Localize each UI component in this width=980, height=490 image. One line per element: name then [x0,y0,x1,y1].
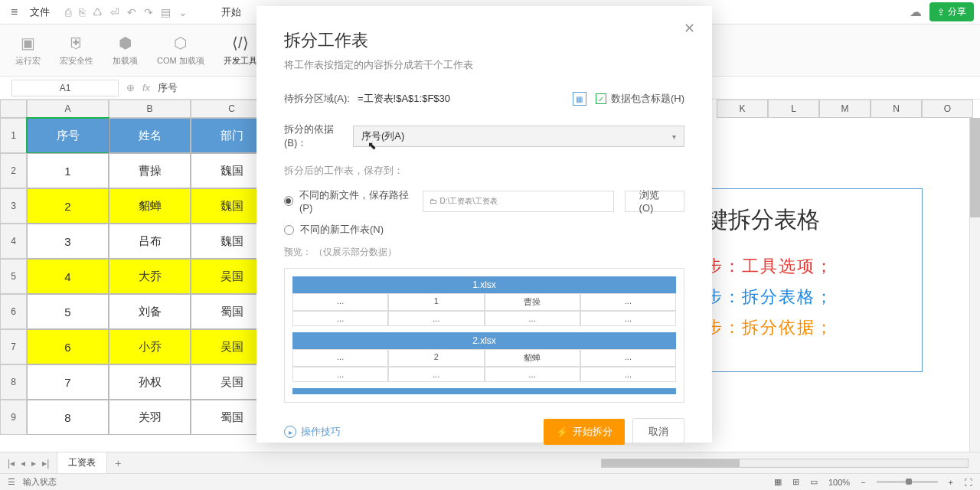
file-menu[interactable]: 文件 [22,2,57,22]
cell-B4[interactable]: 吕布 [109,224,191,259]
row-header-2[interactable]: 2 [0,153,27,188]
col-header-A[interactable]: A [27,100,109,118]
cell-A9[interactable]: 8 [27,400,109,435]
ribbon-com-addins[interactable]: ⬡COM 加载项 [157,34,204,67]
fx-icon[interactable]: fx [142,82,150,93]
cell-A1[interactable]: 序号 [27,118,109,153]
qat-icon-3[interactable]: ♺ [93,6,103,18]
row-header-8[interactable]: 8 [0,364,27,400]
qat-icon-2[interactable]: ⎘ [79,6,85,18]
start-split-button[interactable]: ⚡开始拆分 [544,419,625,445]
qat-icon-1[interactable]: ⎙ [65,6,71,18]
qat-icon-6[interactable]: ↷ [144,6,153,18]
qat-icon-7[interactable]: ▤ [161,6,171,18]
formula-value[interactable]: 序号 [158,81,178,95]
tips-link[interactable]: ▸操作技巧 [284,425,341,439]
cell-B7[interactable]: 小乔 [109,329,191,364]
tab-nav-next[interactable]: ▸ [31,458,36,469]
cell-A2[interactable]: 1 [27,153,109,188]
qat-icon-5[interactable]: ↶ [127,6,136,18]
cell-A4[interactable]: 3 [27,224,109,259]
cell-B1[interactable]: 姓名 [109,118,191,153]
cell-B5[interactable]: 大乔 [109,259,191,294]
col-header-M[interactable]: M [819,100,871,118]
cell-A6[interactable]: 5 [27,294,109,329]
browse-button[interactable]: 浏览(O) [625,191,684,212]
zoom-slider[interactable] [877,481,938,483]
hamburger-icon[interactable]: ≡ [6,5,22,19]
basis-select[interactable]: 序号(列A) ▾ [353,126,684,147]
view-icon-2[interactable]: ⊞ [792,477,799,487]
qat-icon-4[interactable]: ⏎ [110,6,119,18]
select-all-corner[interactable] [0,100,27,118]
vertical-scrollbar[interactable] [969,118,980,452]
name-box[interactable]: A1 [11,80,119,96]
row-header-6[interactable]: 6 [0,294,27,329]
search-icon[interactable]: ⊕ [126,82,135,93]
vscroll-thumb[interactable] [970,118,980,217]
save-path-input[interactable]: 🗀D:\工资表\工资表 [423,191,614,212]
cell-B3[interactable]: 貂蝉 [109,188,191,224]
cell-A5[interactable]: 4 [27,259,109,294]
zoom-in-button[interactable]: + [949,478,953,487]
row-header-7[interactable]: 7 [0,329,27,364]
save-to-label: 拆分后的工作表，保存到： [284,164,684,178]
tab-nav-buttons: |◂ ◂ ▸ ▸| [0,458,57,469]
cell-A8[interactable]: 7 [27,364,109,400]
cell-B6[interactable]: 刘备 [109,294,191,329]
preview-cell: ... [292,367,388,382]
range-input[interactable] [353,89,567,109]
zoom-level[interactable]: 100% [828,478,850,487]
share-button[interactable]: ⇪分享 [929,2,974,21]
cell-B8[interactable]: 孙权 [109,364,191,400]
cell-A3[interactable]: 2 [27,188,109,224]
sheet-tabs-bar: |◂ ◂ ▸ ▸| 工资表 + [0,452,980,473]
sheet-tab-active[interactable]: 工资表 [57,452,107,475]
contains-header-checkbox[interactable]: ✓ [596,93,606,104]
status-bar: ☰ 输入状态 ▦ ⊞ ▭ 100% − + ⛶ [0,473,980,490]
fullscreen-icon[interactable]: ⛶ [964,478,972,487]
tab-nav-first[interactable]: |◂ [8,458,15,469]
add-sheet-button[interactable]: + [107,457,129,469]
radio-new-sheets[interactable] [284,225,294,235]
cell-B9[interactable]: 关羽 [109,400,191,435]
cell-A7[interactable]: 6 [27,329,109,364]
col-header-K[interactable]: K [717,100,768,118]
cell-B2[interactable]: 曹操 [109,153,191,188]
row-header-5[interactable]: 5 [0,259,27,294]
share-icon: ⇪ [937,7,945,18]
security-icon: ⛨ [69,34,84,52]
ribbon-macro-security[interactable]: ⛨宏安全性 [60,34,93,67]
col-header-B[interactable]: B [109,100,191,118]
cloud-sync-icon[interactable]: ☁ [910,5,922,19]
row-header-1[interactable]: 1 [0,118,27,153]
tips-icon: ▸ [284,426,296,438]
row-header-3[interactable]: 3 [0,188,27,224]
view-icon-3[interactable]: ▭ [810,477,818,487]
contains-header-label: 数据包含标题(H) [611,92,684,106]
horizontal-scrollbar[interactable] [601,459,969,468]
ribbon-tab-start[interactable]: 开始 [211,2,252,22]
col-header-L[interactable]: L [768,100,819,118]
preview-file-header: 2.xlsx [292,332,676,349]
ribbon-dev-tools[interactable]: ⟨/⟩开发工具 [224,34,257,67]
row-header-9[interactable]: 9 [0,400,27,435]
range-label: 待拆分区域(A): [284,92,353,106]
zoom-out-button[interactable]: − [861,478,865,487]
view-icon-1[interactable]: ▦ [774,477,782,487]
status-menu-icon[interactable]: ☰ [8,477,15,487]
ribbon-run-macro[interactable]: ▣运行宏 [15,34,41,67]
tab-nav-last[interactable]: ▸| [42,458,49,469]
tab-nav-prev[interactable]: ◂ [21,458,25,469]
preview-table: 2.xlsx ...2貂蝉... ............ [292,332,676,382]
qat-dropdown-icon[interactable]: ⌄ [178,6,188,18]
ribbon-addins[interactable]: ⬢加载项 [113,34,138,67]
cancel-button[interactable]: 取消 [632,418,684,446]
range-picker-icon[interactable]: ▦ [573,92,586,106]
hscroll-thumb[interactable] [602,459,740,467]
col-header-O[interactable]: O [922,100,973,118]
row-header-4[interactable]: 4 [0,224,27,259]
col-header-N[interactable]: N [871,100,922,118]
close-icon[interactable]: ✕ [684,20,695,37]
radio-new-files[interactable] [284,196,293,206]
